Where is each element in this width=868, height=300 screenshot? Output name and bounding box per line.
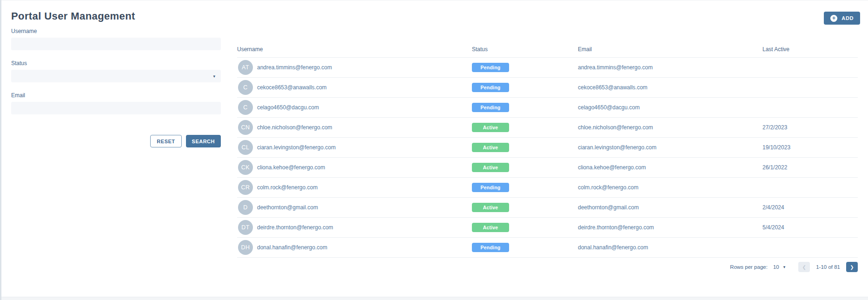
row-last-active: 19/10/2023: [762, 144, 858, 151]
table-row[interactable]: CL ciaran.levingston@fenergo.com Active …: [237, 138, 858, 158]
avatar: DT: [238, 220, 253, 235]
avatar: AT: [238, 60, 253, 75]
add-button[interactable]: + ADD: [824, 12, 860, 25]
row-email: donal.hanafin@fenergo.com: [578, 244, 762, 251]
row-email: deirdre.thornton@fenergo.com: [578, 224, 762, 231]
row-email: cekoce8653@anawalls.com: [578, 84, 762, 91]
row-username: cliona.kehoe@fenergo.com: [257, 164, 325, 171]
rows-per-page-select[interactable]: 10 ▾: [773, 264, 785, 270]
status-badge: Active: [472, 123, 509, 132]
reset-button[interactable]: RESET: [150, 135, 181, 147]
table-body: AT andrea.timmins@fenergo.com Pending an…: [237, 58, 858, 258]
row-email: celago4650@dacgu.com: [578, 104, 762, 111]
row-last-active: 26/1/2022: [762, 164, 858, 171]
avatar: DH: [238, 240, 253, 255]
status-badge: Active: [472, 203, 509, 212]
avatar: CR: [238, 180, 253, 195]
status-badge: Pending: [472, 103, 509, 112]
row-username: chloe.nicholson@fenergo.com: [257, 124, 332, 131]
column-header-username: Username: [237, 46, 472, 53]
status-badge: Pending: [472, 243, 509, 252]
table-row[interactable]: AT andrea.timmins@fenergo.com Pending an…: [237, 58, 858, 78]
row-username: colm.rock@fenergo.com: [257, 184, 318, 191]
status-select[interactable]: [11, 70, 221, 82]
plus-circle-icon: +: [830, 15, 837, 22]
previous-page-button: ❮: [798, 262, 810, 272]
status-badge: Active: [472, 163, 509, 172]
chevron-left-icon: ❮: [802, 265, 806, 270]
username-label: Username: [11, 28, 221, 34]
table-header-row: Username Status Email Last Active: [237, 41, 858, 58]
status-badge: Active: [472, 143, 509, 152]
rows-per-page-label: Rows per page:: [730, 264, 768, 270]
row-last-active: 5/4/2024: [762, 224, 858, 231]
table-row[interactable]: DT deirdre.thornton@fenergo.com Active d…: [237, 218, 858, 238]
row-email: cliona.kehoe@fenergo.com: [578, 164, 762, 171]
table-row[interactable]: C celago4650@dacgu.com Pending celago465…: [237, 98, 858, 118]
table-row[interactable]: D deethornton@gmail.com Active deethornt…: [237, 198, 858, 218]
row-last-active: 27/2/2023: [762, 124, 858, 131]
row-username: deirdre.thornton@fenergo.com: [257, 224, 333, 231]
search-button[interactable]: SEARCH: [186, 135, 221, 147]
row-email: deethornton@gmail.com: [578, 204, 762, 211]
pagination-range: 1-10 of 81: [816, 264, 840, 270]
table-row[interactable]: CK cliona.kehoe@fenergo.com Active clion…: [237, 158, 858, 178]
avatar: C: [238, 100, 253, 115]
row-email: chloe.nicholson@fenergo.com: [578, 124, 762, 131]
avatar: CN: [238, 120, 253, 135]
bottom-edge-divider: [1, 297, 868, 300]
row-username: andrea.timmins@fenergo.com: [257, 64, 332, 71]
status-badge: Active: [472, 223, 509, 232]
column-header-email: Email: [578, 46, 762, 53]
avatar: CK: [238, 160, 253, 175]
row-username: ciaran.levingston@fenergo.com: [257, 144, 336, 151]
next-page-button[interactable]: ❯: [846, 262, 858, 272]
row-username: celago4650@dacgu.com: [257, 104, 319, 111]
row-email: colm.rock@fenergo.com: [578, 184, 762, 191]
top-edge-divider: [1, 0, 868, 0]
table-row[interactable]: DH donal.hanafin@fenergo.com Pending don…: [237, 238, 858, 258]
avatar: C: [238, 80, 253, 95]
avatar: D: [238, 200, 253, 215]
status-badge: Pending: [472, 183, 509, 192]
column-header-last-active: Last Active: [762, 46, 858, 53]
table-row[interactable]: CN chloe.nicholson@fenergo.com Active ch…: [237, 118, 858, 138]
status-label: Status: [11, 60, 221, 67]
row-username: cekoce8653@anawalls.com: [257, 84, 327, 91]
email-field[interactable]: [11, 102, 221, 114]
table-row[interactable]: C cekoce8653@anawalls.com Pending cekoce…: [237, 78, 858, 98]
username-input[interactable]: [11, 38, 221, 50]
left-edge-divider: [0, 0, 1, 300]
dropdown-caret-icon: ▾: [783, 265, 786, 269]
user-table: Username Status Email Last Active AT and…: [237, 41, 858, 272]
row-username: deethornton@gmail.com: [257, 204, 318, 211]
row-email: andrea.timmins@fenergo.com: [578, 64, 762, 71]
chevron-right-icon: ❯: [850, 265, 854, 270]
status-badge: Pending: [472, 63, 509, 72]
row-email: ciaran.levingston@fenergo.com: [578, 144, 762, 151]
email-label: Email: [11, 92, 221, 99]
status-badge: Pending: [472, 83, 509, 92]
avatar: CL: [238, 140, 253, 155]
table-row[interactable]: CR colm.rock@fenergo.com Pending colm.ro…: [237, 178, 858, 198]
pagination-bar: Rows per page: 10 ▾ ❮ 1-10 of 81 ❯: [237, 262, 858, 272]
row-username: donal.hanafin@fenergo.com: [257, 244, 327, 251]
row-last-active: 2/4/2024: [762, 204, 858, 211]
add-button-label: ADD: [841, 15, 854, 21]
rows-per-page-value: 10: [773, 264, 779, 270]
filter-panel: Username Status ▾ Email RESET SEARCH: [11, 28, 221, 147]
column-header-status: Status: [472, 46, 578, 53]
page-title: Portal User Management: [11, 10, 135, 22]
